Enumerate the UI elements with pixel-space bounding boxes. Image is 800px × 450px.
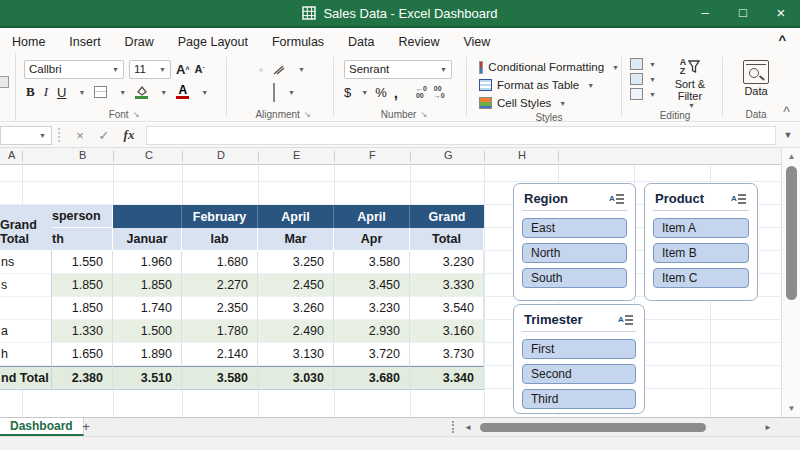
value-cell[interactable]: 3.230 bbox=[410, 251, 484, 274]
row-label-cell[interactable]: nd Total bbox=[0, 366, 52, 389]
align-bottom-button[interactable] bbox=[259, 68, 263, 72]
value-cell[interactable]: 3.260 bbox=[258, 297, 334, 320]
chevron-down-icon[interactable]: ▼ bbox=[361, 89, 368, 96]
value-cell[interactable]: 1.500 bbox=[113, 320, 182, 343]
header-cell[interactable]: Total bbox=[410, 228, 484, 251]
tab-view[interactable]: View bbox=[451, 35, 502, 49]
value-cell[interactable]: 3.720 bbox=[334, 343, 410, 366]
column-header-c[interactable]: C bbox=[145, 149, 153, 161]
chevron-down-icon[interactable]: ▼ bbox=[160, 89, 167, 96]
value-cell[interactable]: 3.540 bbox=[410, 297, 484, 320]
number-dialog-launcher-icon[interactable]: ↘ bbox=[420, 110, 427, 119]
slicer-trimester[interactable]: Trimester A First Second Third bbox=[513, 304, 645, 414]
value-cell[interactable]: 3.450 bbox=[334, 274, 410, 297]
value-cell[interactable]: 2.140 bbox=[182, 343, 258, 366]
chevron-down-icon[interactable]: ▼ bbox=[78, 89, 85, 96]
value-cell[interactable]: 3.730 bbox=[410, 343, 484, 366]
data-search-icon[interactable] bbox=[743, 60, 769, 84]
slicer-item[interactable]: Second bbox=[522, 364, 636, 384]
value-cell[interactable]: 3.160 bbox=[410, 320, 484, 343]
header-cell[interactable]: Grand bbox=[410, 205, 484, 229]
percent-format-button[interactable]: % bbox=[375, 85, 387, 100]
cancel-entry-icon[interactable]: × bbox=[68, 128, 92, 143]
vertical-scrollbar[interactable]: ▲ ▼ bbox=[781, 148, 800, 417]
borders-button[interactable] bbox=[94, 86, 107, 98]
bold-button[interactable]: B bbox=[26, 84, 35, 100]
value-cell[interactable]: 1.850 bbox=[52, 297, 113, 320]
conditional-formatting-button[interactable]: Conditional Formatting▼ bbox=[479, 58, 619, 76]
tab-home[interactable]: Home bbox=[0, 35, 57, 49]
tab-draw[interactable]: Draw bbox=[113, 35, 166, 49]
value-cell[interactable]: 1.650 bbox=[52, 343, 113, 366]
tab-page-layout[interactable]: Page Layout bbox=[166, 35, 260, 49]
column-header-a[interactable]: A bbox=[8, 149, 15, 161]
merge-center-button[interactable] bbox=[271, 82, 277, 104]
value-cell[interactable]: 2.450 bbox=[258, 274, 334, 297]
italic-button[interactable]: I bbox=[44, 84, 48, 100]
alignment-dialog-launcher-icon[interactable]: ↘ bbox=[304, 110, 311, 119]
scrollbar-grip[interactable] bbox=[452, 421, 454, 433]
scroll-down-icon[interactable]: ▼ bbox=[782, 404, 800, 413]
column-header-f[interactable]: F bbox=[369, 149, 376, 161]
value-cell[interactable]: 3.230 bbox=[334, 297, 410, 320]
value-cell[interactable]: 1.850 bbox=[52, 274, 113, 297]
chevron-down-icon[interactable]: ▼ bbox=[288, 89, 295, 96]
currency-format-button[interactable]: $ bbox=[344, 85, 351, 100]
sort-filter-button[interactable]: AZ Sort & Filter▼ bbox=[664, 58, 716, 109]
clear-button[interactable]: ▼ bbox=[630, 88, 656, 100]
clipboard-icon[interactable] bbox=[0, 76, 9, 88]
value-cell[interactable]: 3.030 bbox=[258, 366, 334, 389]
value-cell[interactable]: 2.490 bbox=[258, 320, 334, 343]
chevron-down-icon[interactable]: ▼ bbox=[201, 89, 208, 96]
worksheet-grid[interactable]: sperson February April April Grand Grand… bbox=[0, 165, 781, 417]
header-cell[interactable]: Mar bbox=[258, 228, 334, 251]
value-cell[interactable]: 3.330 bbox=[410, 274, 484, 297]
chevron-down-icon[interactable]: ▼ bbox=[298, 66, 305, 73]
slicer-item[interactable]: First bbox=[522, 339, 636, 359]
header-cell[interactable]: February bbox=[182, 205, 258, 229]
comma-format-button[interactable]: , bbox=[394, 84, 398, 101]
slicer-item[interactable]: Item A bbox=[653, 218, 749, 238]
font-size-select[interactable]: 11▼ bbox=[129, 60, 171, 79]
slicer-item[interactable]: Item C bbox=[653, 268, 749, 288]
header-cell[interactable]: April bbox=[334, 205, 410, 229]
slicer-item[interactable]: East bbox=[522, 218, 627, 238]
multi-select-icon[interactable]: A bbox=[618, 314, 634, 326]
value-cell[interactable]: 2.380 bbox=[52, 366, 113, 389]
expand-formula-bar-icon[interactable]: ▼ bbox=[776, 130, 800, 140]
underline-button[interactable]: U bbox=[57, 85, 66, 100]
slicer-item[interactable]: South bbox=[522, 268, 627, 288]
format-as-table-button[interactable]: Format as Table▼ bbox=[479, 76, 619, 94]
cell-styles-button[interactable]: Cell Styles▼ bbox=[479, 94, 619, 112]
value-cell[interactable]: 2.350 bbox=[182, 297, 258, 320]
maximize-button[interactable]: □ bbox=[724, 0, 762, 26]
align-top-button[interactable] bbox=[235, 68, 239, 72]
row-label-cell[interactable]: a bbox=[0, 320, 52, 343]
chevron-down-icon[interactable]: ▼ bbox=[119, 89, 126, 96]
number-format-select[interactable]: Senrant▼ bbox=[344, 60, 452, 79]
align-left-button[interactable] bbox=[235, 91, 239, 95]
row-label-cell[interactable]: ns bbox=[0, 251, 52, 274]
font-name-select[interactable]: Callbri▼ bbox=[24, 60, 124, 79]
value-cell[interactable]: 1.780 bbox=[182, 320, 258, 343]
value-cell[interactable]: 1.850 bbox=[113, 274, 182, 297]
header-cell[interactable]: th bbox=[52, 228, 113, 251]
increase-font-size-button[interactable]: A^ bbox=[176, 62, 189, 77]
row-label-cell[interactable]: s bbox=[0, 274, 52, 297]
scroll-left-icon[interactable]: ◄ bbox=[464, 423, 472, 432]
formula-input[interactable] bbox=[146, 126, 776, 145]
scroll-right-icon[interactable]: ► bbox=[764, 423, 772, 432]
name-box[interactable]: ▼ bbox=[0, 126, 52, 145]
value-cell[interactable]: 3.680 bbox=[334, 366, 410, 389]
column-header-b[interactable]: B bbox=[79, 149, 86, 161]
tab-insert[interactable]: Insert bbox=[57, 35, 112, 49]
align-middle-button[interactable] bbox=[247, 68, 251, 72]
header-cell[interactable]: sperson bbox=[52, 205, 113, 228]
value-cell[interactable]: 2.270 bbox=[182, 274, 258, 297]
column-header-e[interactable]: E bbox=[293, 149, 300, 161]
multi-select-icon[interactable]: A bbox=[609, 193, 625, 205]
column-header-h[interactable]: H bbox=[518, 149, 526, 161]
value-cell[interactable]: 3.250 bbox=[258, 251, 334, 274]
tab-review[interactable]: Review bbox=[386, 35, 451, 49]
slicer-item[interactable]: Item B bbox=[653, 243, 749, 263]
